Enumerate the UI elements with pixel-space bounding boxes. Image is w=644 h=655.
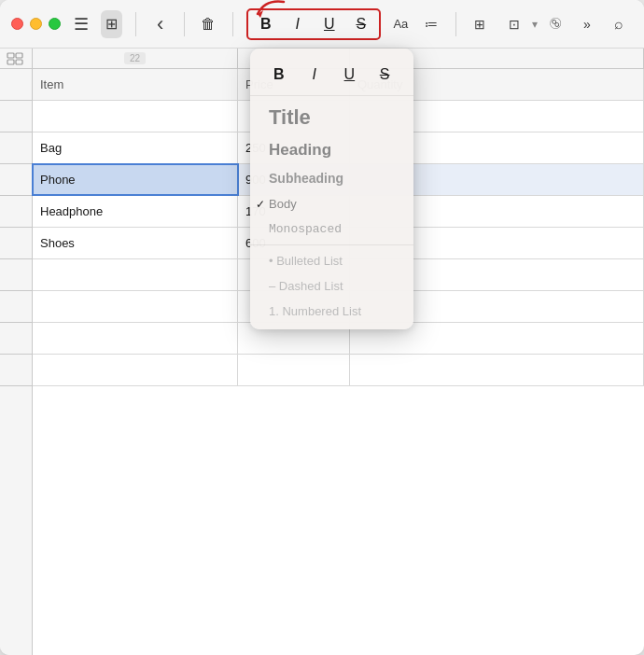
row-num-7 — [0, 291, 32, 323]
back-button[interactable]: ‹ — [149, 10, 171, 38]
table-icon-small — [7, 52, 25, 65]
table-button[interactable]: ⊞ — [469, 10, 491, 38]
svg-rect-4 — [16, 60, 22, 64]
dropdown-underline-button[interactable]: U — [334, 62, 364, 88]
style-bulleted-label: • Bulleted List — [269, 254, 343, 268]
maximize-button[interactable] — [49, 18, 61, 30]
format-button-container: B I U S — [246, 8, 381, 40]
style-subheading-label: Subheading — [269, 171, 343, 186]
underline-button[interactable]: U — [315, 11, 344, 37]
row-num-9 — [0, 355, 32, 386]
search-button[interactable]: ⌕ — [605, 10, 633, 38]
style-item-numbered[interactable]: 1. Numbered List — [250, 299, 413, 324]
style-item-body[interactable]: ✓ Body — [250, 191, 413, 216]
style-icon: ≔ — [425, 17, 438, 32]
style-numbered-label: 1. Numbered List — [269, 304, 361, 318]
link-button[interactable]: ♾ — [541, 10, 569, 38]
more-button[interactable]: » — [573, 10, 601, 38]
trash-button[interactable]: 🗑 — [198, 10, 219, 38]
row5-item[interactable]: Shoes — [33, 228, 238, 258]
italic-button[interactable]: I — [283, 11, 313, 37]
style-monospaced-label: Monospaced — [269, 222, 342, 236]
svg-rect-2 — [16, 53, 22, 58]
grid-view-button[interactable]: ⊞ — [101, 10, 122, 38]
strikethrough-button[interactable]: S — [346, 11, 376, 37]
image-button[interactable]: ⊡ — [500, 10, 528, 38]
text-format-button[interactable]: Aa — [390, 10, 412, 38]
col-header-a[interactable]: 22 — [33, 49, 238, 68]
style-body-label: Body — [269, 197, 297, 211]
row-num-3 — [0, 164, 32, 196]
separator-4 — [455, 12, 456, 36]
back-icon: ‹ — [157, 14, 163, 35]
dropdown-bold-button[interactable]: B — [264, 62, 294, 88]
toolbar-right: ⊡ ▾ ♾ » ⌕ — [500, 10, 633, 38]
row1-item[interactable] — [33, 101, 238, 132]
row-num-4 — [0, 196, 32, 228]
list-view-button[interactable]: ☰ — [70, 10, 91, 38]
bold-button[interactable]: B — [251, 11, 281, 37]
format-bold-italic-group: B I U S — [246, 8, 381, 40]
style-item-subheading[interactable]: Subheading — [250, 165, 413, 191]
row8-item[interactable] — [33, 323, 238, 354]
close-button[interactable] — [11, 18, 23, 30]
titlebar: ☰ ⊞ ‹ 🗑 B I U S — [0, 0, 644, 49]
grid-icon: ⊞ — [105, 15, 118, 33]
dropdown-format-toolbar: B I U S — [250, 54, 413, 96]
minimize-button[interactable] — [30, 18, 42, 30]
row-num-5 — [0, 228, 32, 259]
corner-cell — [0, 49, 33, 68]
row3-item[interactable]: Phone — [33, 164, 238, 195]
style-item-heading[interactable]: Heading — [250, 135, 413, 165]
style-item-title[interactable]: Title — [250, 100, 413, 135]
row9-item[interactable] — [33, 355, 238, 385]
list-icon: ☰ — [74, 16, 89, 33]
link-icon: ♾ — [544, 13, 566, 35]
row-numbers — [0, 69, 33, 655]
more-icon: » — [583, 17, 591, 32]
text-format-icon: Aa — [393, 17, 408, 31]
traffic-lights — [11, 18, 61, 30]
style-button[interactable]: ≔ — [421, 10, 442, 38]
main-window: ☰ ⊞ ‹ 🗑 B I U S — [0, 0, 644, 655]
check-mark-icon: ✓ — [256, 198, 265, 211]
row-num-8 — [0, 323, 32, 355]
style-item-monospaced[interactable]: Monospaced — [250, 216, 413, 242]
style-item-bulleted[interactable]: • Bulleted List — [250, 248, 413, 273]
table-icon: ⊞ — [474, 17, 485, 32]
row9-price[interactable] — [238, 355, 350, 385]
dropdown-italic-button[interactable]: I — [300, 62, 329, 88]
row-num-header — [0, 69, 32, 101]
separator-2 — [184, 12, 185, 36]
image-dropdown-arrow[interactable]: ▾ — [532, 18, 538, 31]
format-dropdown: B I U S Title Heading Subheading ✓ Body … — [250, 49, 413, 329]
row4-item[interactable]: Headphone — [33, 196, 238, 227]
header-item-cell[interactable]: Item — [33, 69, 238, 100]
row9-qty[interactable] — [350, 355, 644, 385]
row-num-1 — [0, 101, 32, 132]
search-icon: ⌕ — [614, 16, 623, 33]
row6-item[interactable] — [33, 259, 238, 290]
row-num-6 — [0, 259, 32, 291]
row7-item[interactable] — [33, 291, 238, 322]
table-row — [33, 355, 644, 386]
row-num-2 — [0, 132, 32, 164]
style-dashed-label: – Dashed List — [269, 279, 343, 293]
image-icon: ⊡ — [509, 17, 520, 32]
separator-3 — [232, 12, 233, 36]
trash-icon: 🗑 — [201, 16, 216, 33]
row2-item[interactable]: Bag — [33, 132, 238, 163]
style-item-dashed[interactable]: – Dashed List — [250, 273, 413, 299]
dropdown-divider — [250, 244, 413, 245]
svg-rect-1 — [7, 53, 14, 58]
style-heading-label: Heading — [269, 141, 331, 160]
separator-1 — [135, 12, 136, 36]
style-title-label: Title — [269, 105, 311, 130]
dropdown-strikethrough-button[interactable]: S — [370, 62, 399, 88]
svg-rect-3 — [7, 60, 14, 64]
